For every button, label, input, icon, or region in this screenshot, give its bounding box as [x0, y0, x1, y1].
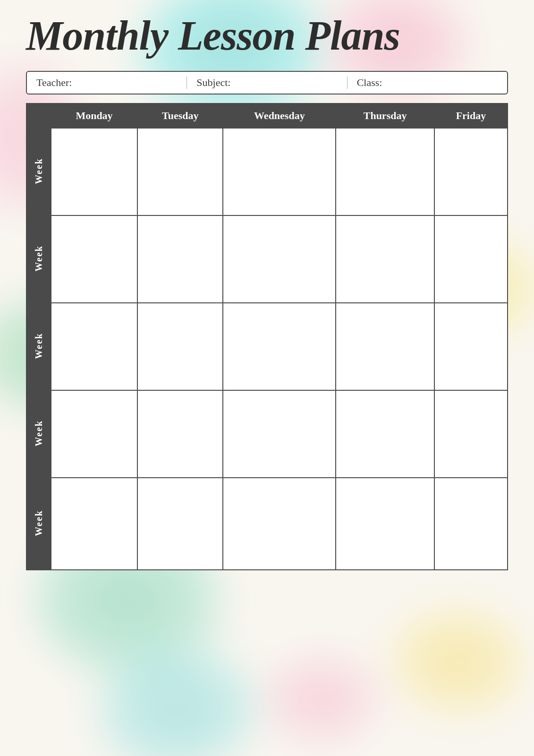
week-label: Week: [34, 333, 44, 359]
cell-week4-thursday[interactable]: [336, 390, 434, 478]
corner-header: [26, 103, 51, 128]
week-label-cell: Week: [26, 215, 51, 303]
wednesday-header: Wednesday: [223, 103, 336, 128]
cell-week1-friday[interactable]: [434, 128, 508, 215]
cell-week3-wednesday[interactable]: [223, 303, 336, 390]
thursday-header: Thursday: [336, 103, 434, 128]
week-label-cell: Week: [26, 128, 51, 215]
week-label-cell: Week: [26, 303, 51, 390]
week-row: Week: [26, 128, 508, 215]
week-label: Week: [34, 420, 44, 447]
monday-header: Monday: [51, 103, 137, 128]
info-bar: Teacher: Subject: Class:: [26, 71, 508, 94]
friday-header: Friday: [434, 103, 508, 128]
tuesday-header: Tuesday: [137, 103, 223, 128]
week-label-cell: Week: [26, 390, 51, 478]
week-label: Week: [34, 510, 44, 536]
cell-week3-friday[interactable]: [434, 303, 508, 390]
teacher-field[interactable]: Teacher:: [36, 77, 187, 89]
cell-week1-tuesday[interactable]: [137, 128, 223, 215]
week-label: Week: [34, 245, 44, 272]
cell-week2-thursday[interactable]: [336, 215, 434, 303]
header-row: Monday Tuesday Wednesday Thursday Friday: [26, 103, 508, 128]
cell-week1-monday[interactable]: [51, 128, 137, 215]
cell-week5-wednesday[interactable]: [223, 478, 336, 570]
cell-week3-monday[interactable]: [51, 303, 137, 390]
cell-week5-friday[interactable]: [434, 478, 508, 570]
cell-week5-monday[interactable]: [51, 478, 137, 570]
cell-week3-tuesday[interactable]: [137, 303, 223, 390]
subject-field[interactable]: Subject:: [196, 77, 347, 89]
cell-week4-tuesday[interactable]: [137, 390, 223, 478]
cell-week1-thursday[interactable]: [336, 128, 434, 215]
week-row: Week: [26, 478, 508, 570]
class-field[interactable]: Class:: [357, 77, 498, 89]
cell-week5-tuesday[interactable]: [137, 478, 223, 570]
cell-week4-monday[interactable]: [51, 390, 137, 478]
page-title: Monthly Lesson Plans: [26, 14, 508, 58]
week-row: Week: [26, 303, 508, 390]
week-row: Week: [26, 390, 508, 478]
cell-week2-monday[interactable]: [51, 215, 137, 303]
cell-week2-friday[interactable]: [434, 215, 508, 303]
cell-week1-wednesday[interactable]: [223, 128, 336, 215]
week-label: Week: [34, 158, 44, 184]
cell-week5-thursday[interactable]: [336, 478, 434, 570]
cell-week4-wednesday[interactable]: [223, 390, 336, 478]
cell-week3-thursday[interactable]: [336, 303, 434, 390]
planner-table: Monday Tuesday Wednesday Thursday Friday…: [26, 103, 508, 570]
week-row: Week: [26, 215, 508, 303]
week-label-cell: Week: [26, 478, 51, 570]
cell-week4-friday[interactable]: [434, 390, 508, 478]
cell-week2-wednesday[interactable]: [223, 215, 336, 303]
cell-week2-tuesday[interactable]: [137, 215, 223, 303]
